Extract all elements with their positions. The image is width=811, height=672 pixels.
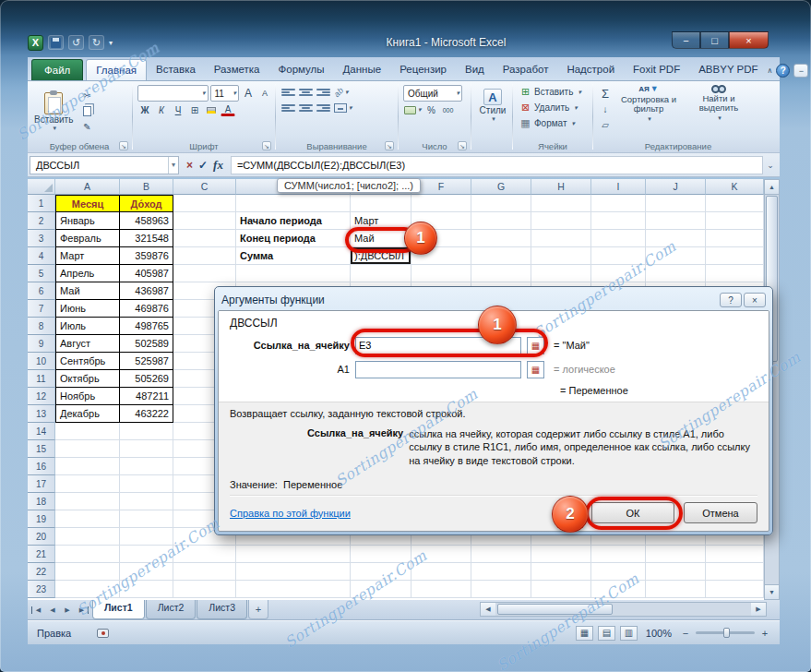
zoom-out-icon[interactable]: − xyxy=(680,628,691,639)
cell-F3[interactable] xyxy=(411,230,471,247)
cell-K23[interactable] xyxy=(706,581,764,598)
cell-H23[interactable] xyxy=(531,581,591,598)
cell-C5[interactable] xyxy=(173,265,236,282)
cell-K21[interactable] xyxy=(706,546,764,563)
cell-G3[interactable] xyxy=(471,230,531,247)
help-icon[interactable]: ? xyxy=(776,64,790,78)
borders-icon[interactable]: ⊞ xyxy=(187,102,202,117)
cell-J2[interactable] xyxy=(646,212,706,230)
minimize-button[interactable]: − xyxy=(672,31,700,49)
cell-E5[interactable] xyxy=(351,265,411,282)
cell-I23[interactable] xyxy=(591,581,646,598)
cell-I3[interactable] xyxy=(591,230,646,247)
cell-J4[interactable] xyxy=(646,247,706,265)
cell-B4[interactable]: 359876 xyxy=(120,247,173,265)
format-painter-icon[interactable]: ✎ xyxy=(79,119,94,134)
row-header-21[interactable]: 21 xyxy=(28,546,55,563)
column-header-H[interactable]: H xyxy=(531,179,591,195)
ribbon-tab-Вид[interactable]: Вид xyxy=(456,59,494,80)
cell-F5[interactable] xyxy=(411,265,471,282)
font-dialog-launcher-icon[interactable]: ↘ xyxy=(262,141,271,150)
dialog-help-icon[interactable]: ? xyxy=(720,293,742,307)
cell-F22[interactable] xyxy=(411,563,471,581)
cell-A12[interactable]: Ноябрь xyxy=(55,388,120,405)
alignment-dialog-launcher-icon[interactable]: ↘ xyxy=(385,141,394,150)
cell-I5[interactable] xyxy=(591,265,646,282)
cell-C1[interactable] xyxy=(173,195,236,212)
row-header-4[interactable]: 4 xyxy=(28,247,55,265)
cell-B16[interactable] xyxy=(120,458,173,475)
row-header-18[interactable]: 18 xyxy=(28,493,55,510)
cell-I21[interactable] xyxy=(591,546,646,563)
cell-B12[interactable]: 487211 xyxy=(120,388,173,405)
cell-A15[interactable] xyxy=(55,440,120,458)
scroll-left-icon[interactable]: ◀ xyxy=(481,603,495,616)
cell-B15[interactable] xyxy=(120,440,173,458)
cell-A6[interactable]: Май xyxy=(55,282,120,300)
cell-G23[interactable] xyxy=(471,581,531,598)
cell-B14[interactable] xyxy=(120,423,173,440)
row-header-7[interactable]: 7 xyxy=(28,300,55,318)
cell-B7[interactable]: 469876 xyxy=(120,300,173,318)
cell-E4[interactable]: ):ДВССЫЛ xyxy=(351,247,411,265)
horizontal-scrollbar[interactable]: ◀ ▶ xyxy=(480,602,767,617)
cell-A1[interactable]: Месяц xyxy=(55,195,120,212)
cell-H5[interactable] xyxy=(531,265,591,282)
collapse-ribbon-icon[interactable]: ∧ xyxy=(768,66,773,75)
a1-arg-input[interactable] xyxy=(355,361,521,378)
insert-sheet-button[interactable]: + xyxy=(248,600,268,619)
cell-A20[interactable] xyxy=(55,528,120,546)
cell-D22[interactable] xyxy=(236,563,351,581)
cell-E22[interactable] xyxy=(351,563,411,581)
cell-A22[interactable] xyxy=(55,563,120,581)
restore-button[interactable]: □ xyxy=(700,31,729,49)
zoom-in-icon[interactable]: + xyxy=(759,628,770,639)
ribbon-tab-Формулы[interactable]: Формулы xyxy=(269,59,334,80)
comma-format-icon[interactable]: 000 xyxy=(441,102,456,117)
align-bottom-icon[interactable] xyxy=(316,85,331,100)
align-center-icon[interactable] xyxy=(298,101,314,115)
function-help-link[interactable]: Справка по этой функции xyxy=(230,508,351,519)
horizontal-scroll-thumb[interactable] xyxy=(497,604,613,615)
cell-H21[interactable] xyxy=(531,546,591,563)
cell-A16[interactable] xyxy=(55,458,120,475)
cell-D1[interactable] xyxy=(236,195,351,212)
ribbon-tab-Главная[interactable]: Главная xyxy=(86,59,147,80)
cell-H2[interactable] xyxy=(531,212,591,230)
align-right-icon[interactable] xyxy=(316,101,331,115)
cell-J22[interactable] xyxy=(646,563,706,581)
column-header-J[interactable]: J xyxy=(646,179,706,195)
undo-button[interactable]: ↺ xyxy=(68,35,84,50)
ribbon-tab-Foxit PDF[interactable]: Foxit PDF xyxy=(624,59,689,80)
cell-A9[interactable]: Август xyxy=(55,335,120,353)
row-header-5[interactable]: 5 xyxy=(28,265,55,282)
cell-K22[interactable] xyxy=(706,563,764,581)
ribbon-tab-Файл[interactable]: Файл xyxy=(31,59,83,80)
cell-G4[interactable] xyxy=(471,247,531,265)
number-format-select[interactable]: Общий▾ xyxy=(403,85,462,102)
cell-K5[interactable] xyxy=(706,265,764,282)
font-color-icon[interactable]: А xyxy=(221,104,235,116)
zoom-level[interactable]: 100% xyxy=(646,628,672,639)
close-button[interactable]: × xyxy=(729,31,769,49)
cell-G1[interactable] xyxy=(471,195,531,212)
align-middle-icon[interactable] xyxy=(298,85,314,100)
sheet-tab-Лист1[interactable]: Лист1 xyxy=(92,600,145,619)
scroll-right-icon[interactable]: ▶ xyxy=(751,603,766,616)
sheet-tab-Лист3[interactable]: Лист3 xyxy=(197,600,247,619)
ribbon-tab-Вставка[interactable]: Вставка xyxy=(147,59,205,80)
cell-B22[interactable] xyxy=(120,563,173,581)
cell-B11[interactable]: 505269 xyxy=(120,370,173,388)
cell-A11[interactable]: Октябрь xyxy=(55,370,120,388)
cell-C2[interactable] xyxy=(173,212,236,230)
clipboard-dialog-launcher-icon[interactable]: ↘ xyxy=(119,141,128,150)
cell-D2[interactable]: Начало периода xyxy=(236,212,351,230)
view-page-layout-icon[interactable]: ▤ xyxy=(598,626,615,641)
cell-A2[interactable]: Январь xyxy=(55,212,120,230)
autosum-icon[interactable]: Σ xyxy=(598,86,613,101)
column-header-B[interactable]: B xyxy=(120,179,173,195)
cell-G21[interactable] xyxy=(471,546,531,563)
scroll-down-icon[interactable]: ▼ xyxy=(765,584,779,599)
row-header-13[interactable]: 13 xyxy=(28,405,55,423)
cell-B1[interactable]: До́ход xyxy=(120,195,173,212)
